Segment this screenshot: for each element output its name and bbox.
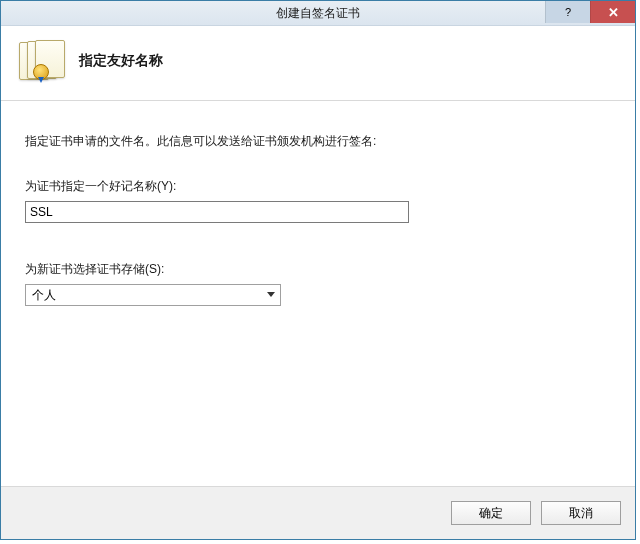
help-icon: ? [565, 6, 571, 18]
certificate-icon [19, 40, 67, 82]
friendly-name-input[interactable] [25, 201, 409, 223]
instruction-text: 指定证书申请的文件名。此信息可以发送给证书颁发机构进行签名: [25, 133, 611, 150]
close-icon: ✕ [608, 5, 619, 20]
dialog-footer: 确定 取消 [1, 486, 635, 539]
friendly-name-label: 为证书指定一个好记名称(Y): [25, 178, 611, 195]
header-title: 指定友好名称 [79, 52, 163, 70]
cert-store-label: 为新证书选择证书存储(S): [25, 261, 611, 278]
close-button[interactable]: ✕ [590, 1, 635, 23]
window-title: 创建自签名证书 [1, 1, 635, 25]
titlebar-buttons: ? ✕ [545, 1, 635, 23]
dialog-header: 指定友好名称 [1, 26, 635, 101]
cert-store-select[interactable]: 个人 [25, 284, 281, 306]
help-button[interactable]: ? [545, 1, 590, 23]
dialog-window: 创建自签名证书 ? ✕ 指定友好名称 指定证书申请的文件名。此信息可以发送给证书… [0, 0, 636, 540]
ok-button[interactable]: 确定 [451, 501, 531, 525]
title-bar: 创建自签名证书 ? ✕ [1, 1, 635, 26]
cert-store-select-wrap: 个人 [25, 284, 281, 306]
cancel-button[interactable]: 取消 [541, 501, 621, 525]
dialog-body: 指定证书申请的文件名。此信息可以发送给证书颁发机构进行签名: 为证书指定一个好记… [1, 101, 635, 486]
